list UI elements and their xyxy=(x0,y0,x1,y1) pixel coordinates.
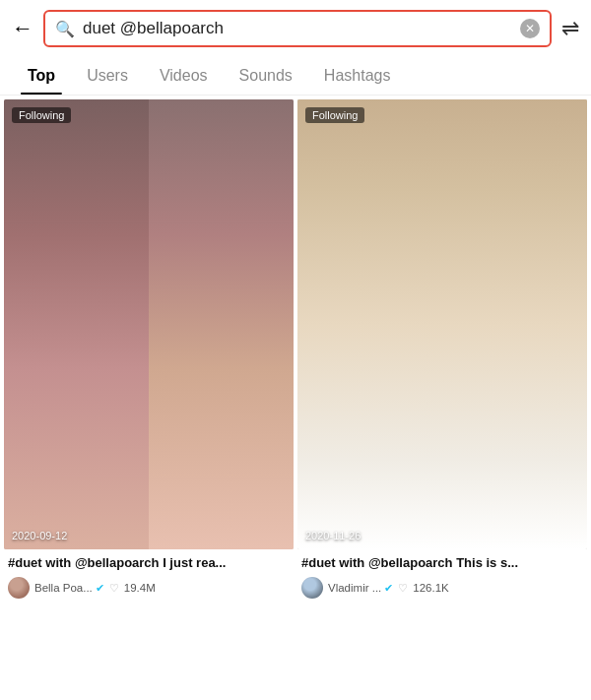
results-grid: Following 2020-09-12 #duet with @bellapo… xyxy=(0,95,591,605)
card-info-2: #duet with @bellapoarch This is s... Vla… xyxy=(297,549,587,601)
header: ← 🔍 duet @bellapoarch ✕ ⇌ xyxy=(0,0,591,57)
verified-icon-2: ✔ xyxy=(384,582,393,595)
clear-search-button[interactable]: ✕ xyxy=(520,19,540,38)
following-badge-2: Following xyxy=(305,107,364,123)
tab-sounds[interactable]: Sounds xyxy=(224,57,308,95)
card-meta-2: Vladimir ... ✔ ♡ 126.1K xyxy=(301,577,583,599)
like-count-1: 19.4M xyxy=(124,582,156,594)
author-name-1: Bella Poa... ✔ xyxy=(34,582,104,595)
video-card-1[interactable]: Following 2020-09-12 #duet with @bellapo… xyxy=(4,99,294,601)
verified-icon-1: ✔ xyxy=(96,582,104,595)
card-title-1: #duet with @bellapoarch I just rea... xyxy=(8,555,290,572)
face-right-half xyxy=(149,99,294,549)
like-count-2: 126.1K xyxy=(413,582,448,594)
search-icon: 🔍 xyxy=(55,20,75,38)
big-face-overlay xyxy=(297,99,587,549)
video-thumbnail-1[interactable]: Following 2020-09-12 xyxy=(4,99,294,549)
search-bar[interactable]: 🔍 duet @bellapoarch ✕ xyxy=(43,10,552,47)
card-info-1: #duet with @bellapoarch I just rea... Be… xyxy=(4,549,294,601)
filter-button[interactable]: ⇌ xyxy=(561,16,579,41)
tab-top[interactable]: Top xyxy=(12,57,71,95)
back-button[interactable]: ← xyxy=(12,16,33,41)
avatar-2 xyxy=(301,577,323,599)
search-query: duet @bellapoarch xyxy=(83,19,512,38)
tabs-bar: Top Users Videos Sounds Hashtags xyxy=(0,57,591,95)
date-badge-1: 2020-09-12 xyxy=(12,530,67,541)
card-meta-1: Bella Poa... ✔ ♡ 19.4M xyxy=(8,577,290,599)
heart-icon-2: ♡ xyxy=(398,582,408,595)
heart-icon-1: ♡ xyxy=(109,582,119,595)
face-left-half xyxy=(4,99,149,549)
tab-hashtags[interactable]: Hashtags xyxy=(308,57,407,95)
card-title-2: #duet with @bellapoarch This is s... xyxy=(301,555,583,572)
author-name-2: Vladimir ... ✔ xyxy=(328,582,393,595)
video-card-2[interactable]: Following 2020-11-26 #duet with @bellapo… xyxy=(297,99,587,601)
date-badge-2: 2020-11-26 xyxy=(305,530,361,541)
tab-users[interactable]: Users xyxy=(71,57,144,95)
avatar-1 xyxy=(8,577,30,599)
tab-videos[interactable]: Videos xyxy=(144,57,224,95)
split-face-left xyxy=(4,99,294,549)
following-badge-1: Following xyxy=(12,107,71,123)
video-thumbnail-2[interactable]: Following 2020-11-26 xyxy=(297,99,587,549)
